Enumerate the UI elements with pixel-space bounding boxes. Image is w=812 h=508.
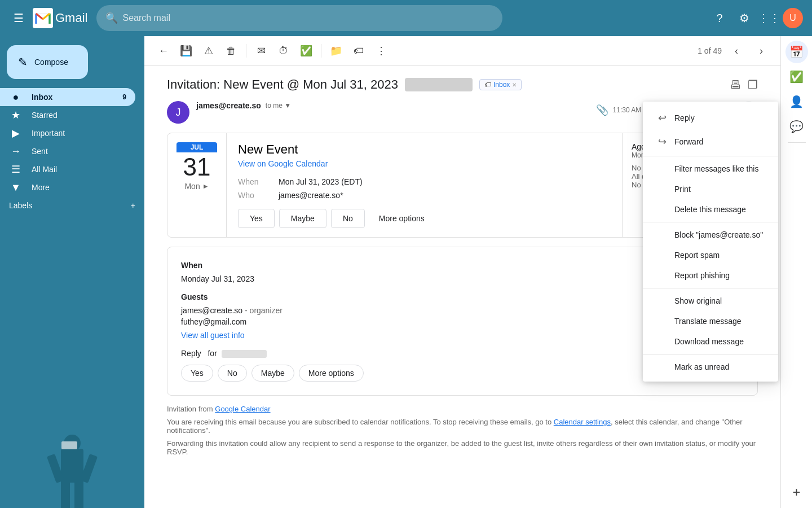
rsvp-no-button[interactable]: No (331, 209, 365, 228)
move-to-button[interactable]: 📁 (326, 41, 346, 61)
menu-item-filter[interactable]: Filter messages like this (643, 159, 778, 179)
menu-item-reply[interactable]: ↩ Reply (643, 106, 778, 130)
forward-menu-icon: ↪ (656, 135, 668, 148)
menu-reply-label: Reply (674, 113, 695, 122)
cal-month: Jul (176, 142, 217, 152)
chat-app-icon[interactable]: 💬 (785, 115, 808, 138)
menu-item-report-phishing[interactable]: Report phishing (643, 265, 778, 286)
email-subject-title: Invitation: New Event @ Mon Jul 31, 2023 (167, 77, 398, 92)
avatar[interactable]: U (783, 8, 803, 28)
reply-for-redacted (222, 350, 267, 358)
inbox-count: 9 (122, 93, 126, 101)
search-icon: 🔍 (105, 12, 118, 24)
menu-icon[interactable]: ☰ (9, 7, 28, 29)
labels-label: Labels (9, 201, 32, 210)
add-to-tasks-button[interactable]: ✅ (296, 41, 316, 61)
compose-pencil-icon: ✎ (18, 55, 28, 69)
snooze-button[interactable]: ⏱ (273, 41, 294, 61)
menu-item-forward[interactable]: ↪ Forward (643, 130, 778, 154)
contacts-app-icon[interactable]: 👤 (785, 90, 808, 113)
open-in-new-button[interactable]: ❐ (748, 78, 758, 91)
menu-item-translate[interactable]: Translate message (643, 311, 778, 331)
gmail-logo-svg (33, 8, 53, 28)
menu-print-label: Print (674, 185, 691, 194)
menu-translate-label: Translate message (674, 317, 742, 326)
sidebar-item-starred[interactable]: ★ Starred (0, 106, 135, 124)
help-icon[interactable]: ? (708, 7, 731, 29)
sidebar-label-more: More (32, 183, 126, 192)
menu-forward-label: Forward (674, 137, 703, 146)
sidebar-item-important[interactable]: ▶ Important (0, 124, 135, 142)
redacted-label (405, 78, 473, 91)
mark-unread-button[interactable]: ✉ (251, 41, 271, 61)
compose-button[interactable]: ✎ Compose (7, 45, 88, 79)
inbox-tag: 🏷 Inbox ✕ (479, 79, 522, 90)
calendar-settings-link[interactable]: Calendar settings (554, 418, 611, 426)
email-footer: Invitation from Google Calendar You are … (167, 405, 758, 456)
gmail-logo: Gmail (33, 8, 87, 28)
menu-item-show-original[interactable]: Show original (643, 291, 778, 311)
tasks-app-icon[interactable]: ✅ (785, 65, 808, 88)
guest1-role: - organizer (245, 306, 283, 315)
archive-button[interactable]: 💾 (176, 41, 196, 61)
labels-section: Labels + (0, 196, 144, 214)
add-label-icon[interactable]: + (131, 201, 135, 210)
sidebar-ninja-decoration (0, 406, 144, 508)
apps-icon[interactable]: ⋮⋮ (758, 7, 780, 29)
sender-name: james@create.so (196, 101, 261, 110)
search-bar[interactable]: 🔍 (96, 5, 502, 31)
view-on-calendar-link[interactable]: View on Google Calendar (238, 159, 611, 168)
reply-more-options-button[interactable]: More options (299, 365, 364, 382)
cal-day: 31 (183, 155, 211, 179)
sidebar-item-more[interactable]: ▼ More (0, 178, 135, 196)
sidebar-item-inbox[interactable]: ● Inbox 9 (0, 88, 135, 106)
important-icon: ▶ (9, 127, 23, 139)
rsvp-more-options-button[interactable]: More options (369, 209, 434, 228)
labels-button[interactable]: 🏷 (348, 41, 369, 61)
menu-item-delete[interactable]: Delete this message (643, 199, 778, 220)
rsvp-maybe-button[interactable]: Maybe (279, 209, 326, 228)
sidebar-item-sent[interactable]: → Sent (0, 142, 135, 160)
to-me[interactable]: to me ▼ (266, 102, 291, 110)
next-email-button[interactable]: › (751, 41, 771, 61)
menu-download-label: Download message (674, 337, 744, 346)
settings-icon[interactable]: ⚙ (733, 7, 756, 29)
menu-item-mark-unread[interactable]: Mark as unread (643, 357, 778, 377)
sidebar-label-starred: Starred (32, 111, 126, 120)
google-calendar-link[interactable]: Google Calendar (215, 405, 270, 413)
menu-filter-label: Filter messages like this (674, 164, 758, 173)
attachment-icon: 📎 (596, 104, 608, 116)
print-button[interactable]: 🖶 (730, 78, 741, 91)
rsvp-yes-button[interactable]: Yes (238, 209, 275, 228)
reply-yes-button[interactable]: Yes (181, 365, 213, 382)
reply-no-button[interactable]: No (218, 365, 247, 382)
reply-label: Reply (181, 349, 201, 358)
menu-item-block[interactable]: Block "james@create.so" (643, 225, 778, 245)
report-spam-button[interactable]: ⚠ (198, 41, 219, 61)
menu-item-report-spam[interactable]: Report spam (643, 245, 778, 265)
back-button[interactable]: ← (153, 41, 174, 61)
footer-line3: Forwarding this invitation could allow a… (167, 439, 758, 456)
footer-line2: You are receiving this email because you… (167, 418, 758, 435)
more-actions-button[interactable]: ⋮ (371, 41, 391, 61)
remove-inbox-tag-icon[interactable]: ✕ (512, 82, 517, 88)
menu-block-label: Block "james@create.so" (674, 230, 763, 239)
menu-item-download[interactable]: Download message (643, 331, 778, 352)
event-when: When Mon Jul 31, 2023 (EDT) (238, 177, 611, 186)
menu-report-spam-label: Report spam (674, 251, 720, 260)
calendar-app-icon[interactable]: 📅 (785, 41, 808, 63)
cal-date-left: Jul 31 Mon ► (167, 133, 227, 237)
sidebar-label-all-mail: All Mail (32, 165, 126, 174)
reply-maybe-button[interactable]: Maybe (251, 365, 294, 382)
context-menu-sep-3 (643, 288, 778, 288)
menu-item-print[interactable]: Print (643, 179, 778, 199)
add-app-button[interactable]: + (785, 481, 808, 503)
search-input[interactable] (122, 13, 493, 23)
delete-button[interactable]: 🗑 (221, 41, 241, 61)
sidebar-item-all-mail[interactable]: ☰ All Mail (0, 160, 135, 178)
sender-avatar: J (167, 101, 189, 124)
prev-email-button[interactable]: ‹ (726, 41, 747, 61)
sender-row: james@create.so to me ▼ (196, 101, 596, 110)
who-value: james@create.so* (279, 191, 343, 200)
all-mail-icon: ☰ (9, 163, 23, 176)
